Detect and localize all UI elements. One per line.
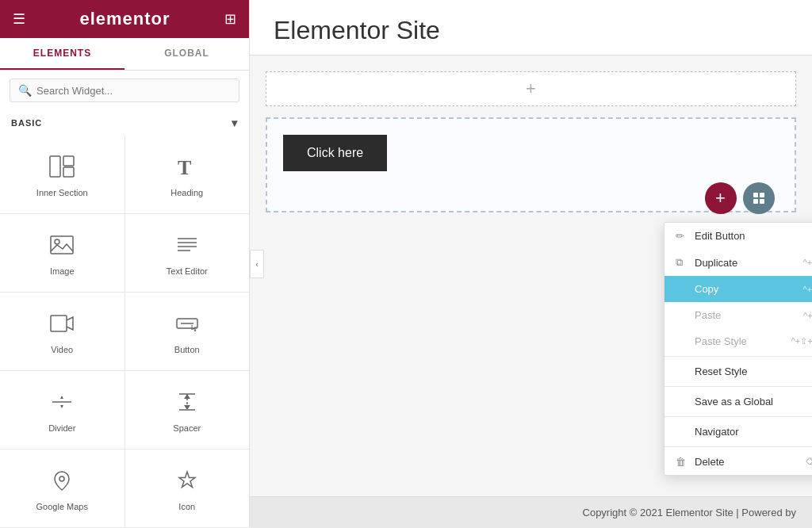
footer-text: Copyright © 2021 Elementor Site | Powere…	[583, 507, 796, 518]
widget-google-maps-label: Google Maps	[36, 502, 88, 511]
svg-rect-23	[760, 193, 764, 197]
widget-inner-section[interactable]: Inner Section	[0, 136, 124, 213]
edit-icon: ✏	[676, 230, 688, 242]
hamburger-icon[interactable]: ☰	[13, 10, 25, 28]
context-duplicate-label: Duplicate	[695, 257, 737, 269]
svg-rect-25	[760, 199, 764, 204]
context-save-global-label: Save as a Global	[695, 396, 773, 407]
sidebar: ☰ elementor ⊞ ELEMENTS GLOBAL 🔍 BASIC ▾ …	[0, 0, 250, 528]
basic-label: BASIC	[11, 118, 42, 128]
heading-icon: T	[174, 155, 200, 182]
tab-global[interactable]: GLOBAL	[124, 38, 249, 70]
duplicate-shortcut: ^+D	[802, 258, 812, 267]
context-menu-edit[interactable]: ✏ Edit Button	[665, 223, 812, 249]
widget-divider[interactable]: Divider	[0, 371, 124, 449]
context-menu-navigator[interactable]: Navigator	[665, 419, 812, 445]
delete-icon: 🗑	[676, 456, 688, 468]
widget-image-label: Image	[50, 266, 75, 276]
canvas-area: + Click here ✏ Edit Button ⧉ Duplicat	[250, 55, 812, 228]
search-box: 🔍	[10, 78, 239, 102]
svg-text:T: T	[178, 156, 191, 178]
svg-rect-24	[753, 199, 758, 204]
context-paste-style-label: Paste Style	[695, 335, 747, 347]
svg-point-5	[55, 239, 59, 244]
widget-video-label: Video	[51, 345, 73, 354]
widget-icon[interactable]: Icon	[125, 450, 250, 527]
svg-rect-22	[753, 193, 758, 197]
inner-section-icon	[49, 155, 75, 182]
add-section-plus-icon: +	[526, 78, 536, 99]
svg-rect-1	[63, 156, 74, 166]
context-reset-style-label: Reset Style	[695, 365, 747, 377]
context-menu-paste-style: Paste Style ^+⇧+V	[665, 328, 812, 354]
widget-inner-section-label: Inner Section	[36, 188, 88, 197]
context-edit-label: Edit Button	[695, 230, 745, 242]
grid-icon[interactable]: ⊞	[224, 10, 236, 28]
context-menu-delete[interactable]: 🗑 Delete ⌫	[665, 449, 812, 475]
widget-heading[interactable]: T Heading	[125, 136, 250, 213]
context-copy-label: Copy	[695, 283, 718, 295]
basic-section-header[interactable]: BASIC ▾	[0, 110, 249, 136]
divider-icon	[49, 391, 75, 417]
svg-rect-10	[51, 316, 67, 331]
svg-marker-20	[184, 405, 190, 410]
main-header: Elementor Site	[250, 0, 812, 55]
icon-widget-icon	[174, 469, 200, 495]
widget-button-label: Button	[174, 345, 200, 354]
paste-style-shortcut: ^+⇧+V	[791, 336, 812, 346]
paste-shortcut: ^+V	[803, 311, 812, 320]
image-icon	[49, 234, 75, 260]
divider-1	[665, 356, 812, 357]
widget-image[interactable]: Image	[0, 214, 124, 292]
page-title: Elementor Site	[274, 16, 788, 45]
divider-2	[665, 386, 812, 387]
widget-button[interactable]: Button	[125, 293, 250, 370]
widgets-grid: Inner Section T Heading Image	[0, 136, 249, 528]
widget-video[interactable]: Video	[0, 293, 124, 370]
main-content: Elementor Site + Click here ✏ Edit Butto…	[250, 0, 812, 528]
navigator-button[interactable]	[743, 182, 775, 214]
context-navigator-label: Navigator	[695, 426, 739, 438]
spacer-icon	[174, 391, 200, 417]
widget-spacer-label: Spacer	[173, 423, 201, 433]
duplicate-icon: ⧉	[676, 256, 688, 269]
click-here-button[interactable]: Click here	[283, 135, 387, 171]
context-menu-reset-style[interactable]: Reset Style	[665, 358, 812, 385]
context-menu-save-global[interactable]: Save as a Global	[665, 388, 812, 415]
svg-marker-14	[60, 396, 63, 399]
svg-rect-4	[51, 236, 73, 254]
widget-text-editor-label: Text Editor	[167, 266, 208, 276]
svg-rect-2	[63, 167, 74, 177]
widget-divider-label: Divider	[48, 423, 75, 433]
widget-heading-label: Heading	[170, 188, 203, 197]
sidebar-tabs: ELEMENTS GLOBAL	[0, 38, 249, 71]
delete-shortcut: ⌫	[806, 457, 812, 467]
tab-elements[interactable]: ELEMENTS	[0, 38, 124, 70]
copy-shortcut: ^+C	[802, 285, 812, 294]
context-menu: ✏ Edit Button ⧉ Duplicate ^+D C	[664, 222, 812, 476]
svg-marker-19	[184, 394, 190, 399]
svg-marker-15	[60, 405, 63, 408]
chevron-down-icon: ▾	[232, 117, 238, 129]
svg-point-21	[59, 476, 64, 481]
add-section-bar[interactable]: +	[266, 71, 796, 106]
widget-spacer[interactable]: Spacer	[125, 371, 250, 449]
add-widget-button[interactable]: +	[705, 182, 737, 214]
context-paste-label: Paste	[695, 309, 721, 321]
collapse-panel-handle[interactable]: ‹	[250, 250, 264, 278]
text-editor-icon	[174, 234, 200, 260]
video-icon	[49, 312, 75, 339]
search-input[interactable]	[36, 85, 231, 97]
context-menu-copy[interactable]: Copy ^+C	[665, 276, 812, 302]
context-menu-duplicate[interactable]: ⧉ Duplicate ^+D	[665, 249, 812, 276]
context-delete-label: Delete	[695, 456, 725, 468]
divider-4	[665, 446, 812, 447]
widget-icon-label: Icon	[178, 502, 195, 511]
footer-bar: Copyright © 2021 Elementor Site | Powere…	[250, 496, 812, 528]
widget-google-maps[interactable]: Google Maps	[0, 450, 124, 527]
search-icon: 🔍	[18, 84, 32, 97]
button-icon	[174, 312, 200, 339]
google-maps-icon	[49, 469, 75, 495]
widget-text-editor[interactable]: Text Editor	[125, 214, 250, 292]
divider-3	[665, 416, 812, 417]
